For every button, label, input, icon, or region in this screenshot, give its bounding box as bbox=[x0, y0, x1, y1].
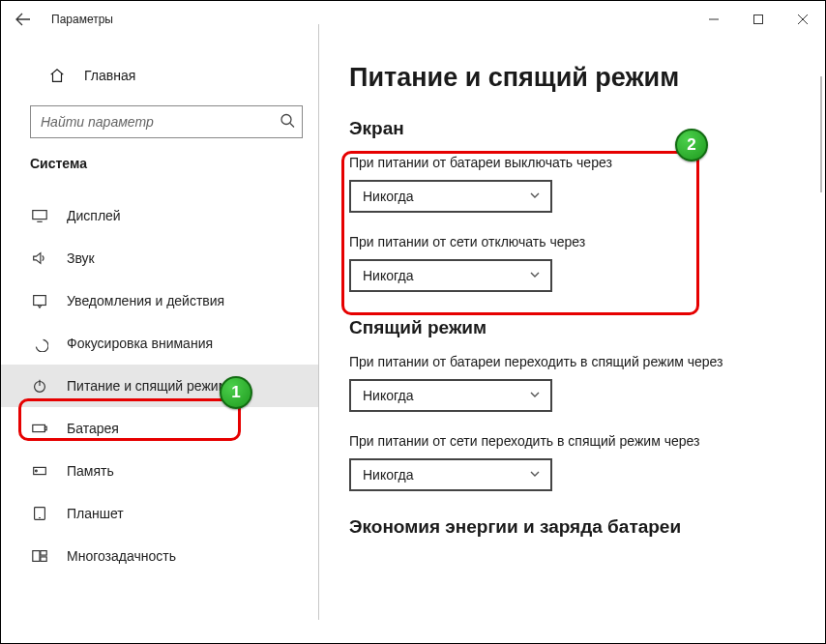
svg-rect-1 bbox=[754, 15, 763, 24]
svg-rect-18 bbox=[41, 551, 46, 556]
notifications-icon bbox=[30, 291, 49, 310]
maximize-button[interactable] bbox=[736, 1, 781, 38]
sidebar-item-label: Планшет bbox=[67, 506, 124, 521]
search-field[interactable] bbox=[30, 105, 303, 138]
svg-rect-6 bbox=[33, 211, 46, 220]
sleep-plugged-label: При питании от сети переходить в спящий … bbox=[349, 433, 796, 449]
select-value: Никогда bbox=[363, 189, 413, 204]
sidebar-item-display[interactable]: Дисплей bbox=[1, 194, 318, 237]
battery-saver-heading: Экономия энергии и заряда батареи bbox=[349, 516, 796, 538]
multitask-icon bbox=[30, 546, 49, 566]
focus-icon bbox=[30, 334, 49, 353]
sidebar-home-label: Главная bbox=[84, 68, 135, 83]
chevron-down-icon bbox=[529, 468, 541, 483]
titlebar: Параметры bbox=[1, 1, 825, 38]
sidebar-item-notifications[interactable]: Уведомления и действия bbox=[1, 279, 318, 322]
svg-rect-19 bbox=[41, 557, 46, 562]
window-controls bbox=[692, 1, 825, 38]
window-title: Параметры bbox=[51, 13, 113, 26]
search-input[interactable] bbox=[30, 105, 303, 138]
sidebar-item-label: Звук bbox=[67, 250, 95, 266]
svg-line-5 bbox=[290, 124, 294, 128]
sidebar-item-multitask[interactable]: Многозадачность bbox=[1, 535, 318, 577]
sidebar-item-tablet[interactable]: Планшет bbox=[1, 492, 318, 535]
chevron-down-icon bbox=[529, 269, 541, 283]
storage-icon bbox=[30, 461, 49, 481]
sidebar-item-label: Уведомления и действия bbox=[67, 293, 224, 308]
sidebar-item-battery[interactable]: Батарея bbox=[1, 407, 318, 450]
sidebar-nav: Дисплей Звук Уведомления и действия Фоку… bbox=[1, 194, 318, 577]
sidebar-item-storage[interactable]: Память bbox=[1, 450, 318, 492]
page-title: Питание и спящий режим bbox=[349, 63, 796, 93]
svg-rect-11 bbox=[33, 424, 45, 431]
sidebar-item-power[interactable]: Питание и спящий режим bbox=[1, 365, 318, 407]
chevron-down-icon bbox=[529, 190, 541, 204]
select-value: Никогда bbox=[363, 388, 413, 403]
svg-rect-17 bbox=[33, 551, 40, 562]
sound-icon bbox=[30, 249, 49, 268]
home-icon bbox=[47, 67, 67, 84]
back-icon[interactable] bbox=[15, 11, 32, 28]
sleep-group: При питании от батареи переходить в спящ… bbox=[349, 354, 796, 491]
content-pane: Питание и спящий режим Экран При питании… bbox=[318, 38, 825, 644]
svg-rect-12 bbox=[44, 426, 46, 430]
svg-rect-8 bbox=[34, 296, 46, 306]
pane-divider bbox=[318, 24, 319, 620]
chevron-down-icon bbox=[529, 389, 541, 403]
screen-plugged-label: При питании от сети отключать через bbox=[349, 234, 796, 249]
sidebar-item-label: Питание и спящий режим bbox=[67, 378, 227, 394]
scrollbar[interactable] bbox=[820, 76, 822, 192]
close-button[interactable] bbox=[781, 1, 825, 38]
sidebar-item-label: Батарея bbox=[67, 421, 119, 436]
svg-point-14 bbox=[36, 470, 38, 472]
display-icon bbox=[30, 206, 49, 225]
power-icon bbox=[30, 376, 49, 395]
sleep-heading: Спящий режим bbox=[349, 317, 796, 338]
sleep-battery-label: При питании от батареи переходить в спящ… bbox=[349, 354, 796, 369]
sidebar-item-label: Фокусировка внимания bbox=[67, 336, 213, 351]
sidebar-category: Система bbox=[1, 156, 318, 171]
svg-point-4 bbox=[281, 115, 291, 125]
minimize-button[interactable] bbox=[692, 1, 736, 38]
sidebar: Главная Система Дисплей Звук Уведомления… bbox=[1, 38, 318, 644]
sleep-battery-select[interactable]: Никогда bbox=[349, 379, 552, 412]
sidebar-item-label: Многозадачность bbox=[67, 548, 176, 564]
screen-group: При питании от батареи выключать через Н… bbox=[349, 155, 796, 292]
tablet-icon bbox=[30, 504, 49, 523]
battery-icon bbox=[30, 419, 49, 438]
select-value: Никогда bbox=[363, 268, 413, 283]
screen-battery-select[interactable]: Никогда bbox=[349, 180, 552, 213]
screen-battery-label: При питании от батареи выключать через bbox=[349, 155, 796, 170]
sidebar-home[interactable]: Главная bbox=[1, 57, 318, 94]
sleep-plugged-select[interactable]: Никогда bbox=[349, 458, 552, 491]
screen-heading: Экран bbox=[349, 118, 796, 139]
select-value: Никогда bbox=[363, 467, 413, 483]
sidebar-item-label: Память bbox=[67, 463, 114, 479]
sidebar-item-sound[interactable]: Звук bbox=[1, 237, 318, 279]
search-icon bbox=[280, 113, 295, 132]
sidebar-item-focus[interactable]: Фокусировка внимания bbox=[1, 322, 318, 365]
screen-plugged-select[interactable]: Никогда bbox=[349, 259, 552, 292]
sidebar-item-label: Дисплей bbox=[67, 208, 121, 223]
